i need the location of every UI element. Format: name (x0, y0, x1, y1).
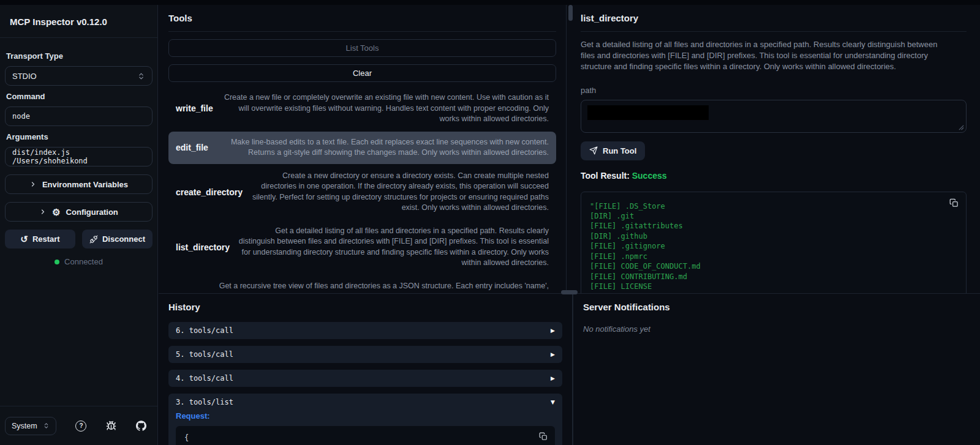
history-entry[interactable]: 4. tools/call ▶ (168, 370, 562, 387)
tool-description: Get a recursive tree view of files and d… (184, 281, 549, 292)
tool-name: edit_file (176, 143, 208, 152)
send-icon (589, 146, 598, 155)
tool-description: Create a new file or completely overwrit… (221, 92, 549, 125)
chevrons-up-down-icon (43, 422, 50, 429)
app-title: MCP Inspector v0.12.0 (0, 5, 157, 38)
disconnect-button[interactable]: Disconnect (82, 230, 153, 249)
sidebar: MCP Inspector v0.12.0 Transport Type STD… (0, 5, 158, 445)
tool-result-output: "[FILE] .DS_Store [DIR] .git [FILE] .git… (590, 201, 957, 294)
run-tool-button[interactable]: Run Tool (581, 141, 645, 160)
tool-name: list_directory (176, 242, 230, 252)
server-notifications-title: Server Notifications (583, 300, 970, 312)
environment-variables-label: Environment Variables (42, 180, 128, 189)
tools-panel-title: Tools (168, 11, 556, 32)
tool-detail-description: Get a detailed listing of all files and … (581, 39, 952, 73)
history-entry-label: 3. tools/list (176, 398, 233, 406)
restart-label: Restart (32, 234, 60, 244)
unplug-icon (89, 235, 98, 244)
history-entry[interactable]: 6. tools/call ▶ (168, 322, 562, 339)
clear-button[interactable]: Clear (168, 64, 556, 82)
chevrons-up-down-icon (137, 72, 145, 80)
caret-down-icon: ▼ (551, 399, 555, 405)
copy-icon[interactable] (949, 198, 959, 208)
chevron-right-icon (29, 181, 37, 188)
tool-list-item[interactable]: Get a recursive tree view of files and d… (168, 275, 556, 294)
tool-detail-title: list_directory (581, 11, 967, 32)
tool-name: create_directory (176, 187, 243, 197)
transport-type-select[interactable]: STDIO (5, 66, 153, 86)
connection-status-label: Connected (64, 257, 103, 266)
path-label: path (581, 86, 967, 95)
caret-right-icon: ▶ (551, 351, 555, 357)
help-icon[interactable]: ? (75, 421, 86, 432)
tools-panel: Tools List Tools Clear write_file Create… (159, 5, 567, 294)
restart-icon: ↺ (20, 234, 28, 244)
history-entry-label: 4. tools/call (176, 374, 233, 383)
tool-detail-panel: list_directory Get a detailed listing of… (567, 5, 980, 294)
tool-result-label: Tool Result: (581, 171, 630, 181)
resize-handle-icon[interactable] (959, 125, 964, 130)
tool-result-line: Tool Result: Success (581, 171, 967, 181)
environment-variables-button[interactable]: Environment Variables (5, 174, 153, 194)
disconnect-label: Disconnect (102, 234, 145, 244)
theme-value: System (12, 422, 37, 430)
tool-list-item[interactable]: edit_file Make line-based edits to a tex… (168, 132, 556, 164)
sidebar-body: Transport Type STDIO Command node Argume… (0, 38, 157, 406)
transport-type-label: Transport Type (6, 51, 151, 61)
horizontal-splitter-handle[interactable] (561, 290, 578, 294)
server-notifications-panel: Server Notifications No notifications ye… (573, 294, 980, 445)
bottom-pane-divider (573, 294, 573, 445)
history-list: 6. tools/call ▶ 5. tools/call ▶ 4. tools… (168, 322, 562, 445)
history-entry-label: 5. tools/call (176, 350, 233, 359)
configuration-label: Configuration (66, 208, 118, 217)
history-entry-label: 6. tools/call (176, 326, 233, 335)
request-label: Request: (168, 411, 562, 426)
tool-description: Create a new directory or ensure a direc… (251, 171, 549, 214)
vertical-splitter-handle[interactable] (568, 5, 573, 21)
caret-right-icon: ▶ (551, 327, 555, 334)
history-entry-expanded: 3. tools/list ▼ Request: { (168, 394, 562, 445)
run-tool-label: Run Tool (603, 146, 636, 155)
history-entry[interactable]: 3. tools/list ▼ (168, 394, 562, 411)
theme-select[interactable]: System (5, 417, 56, 435)
tool-list-item[interactable]: list_directory Get a detailed listing of… (168, 220, 556, 274)
configuration-button[interactable]: ⚙ Configuration (5, 202, 153, 222)
tool-name: write_file (176, 103, 213, 113)
arguments-input[interactable]: dist/index.js /Users/shoheikond (5, 147, 153, 166)
history-panel: History 6. tools/call ▶ 5. tools/call ▶ … (159, 294, 573, 445)
connected-dot-icon (55, 260, 59, 264)
history-title: History (168, 300, 562, 312)
sidebar-footer: System ? (0, 406, 157, 445)
request-json: { (184, 433, 546, 442)
history-entry[interactable]: 5. tools/call ▶ (168, 346, 562, 363)
tool-description: Get a detailed listing of all files and … (238, 226, 549, 269)
bug-icon[interactable] (106, 421, 116, 431)
arguments-label: Arguments (6, 132, 151, 141)
window-top-strip (0, 0, 980, 5)
copy-icon[interactable] (539, 432, 548, 441)
caret-right-icon: ▶ (551, 375, 555, 381)
connection-buttons: ↺ Restart Disconnect (5, 230, 153, 249)
transport-type-value: STDIO (12, 72, 37, 81)
tools-list: write_file Create a new file or complete… (168, 87, 556, 294)
gear-icon: ⚙ (52, 208, 60, 217)
command-input[interactable]: node (5, 107, 153, 126)
tool-result-status: Success (632, 171, 667, 181)
tool-list-item[interactable]: create_directory Create a new directory … (168, 165, 556, 219)
list-tools-button[interactable]: List Tools (168, 39, 556, 57)
mcp-inspector-app: MCP Inspector v0.12.0 Transport Type STD… (0, 0, 980, 445)
request-code-block: { (176, 426, 555, 445)
redacted-path-value (587, 105, 709, 120)
tool-description: Make line-based edits to a text file. Ea… (216, 137, 549, 159)
chevron-right-icon (39, 208, 47, 215)
path-textarea[interactable] (581, 100, 967, 133)
tool-result-box: "[FILE] .DS_Store [DIR] .git [FILE] .git… (581, 192, 967, 294)
connection-status: Connected (5, 257, 153, 266)
no-notifications-text: No notifications yet (583, 324, 970, 334)
tool-list-item[interactable]: write_file Create a new file or complete… (168, 87, 556, 130)
restart-button[interactable]: ↺ Restart (5, 230, 75, 249)
github-icon[interactable] (136, 421, 146, 431)
command-label: Command (6, 92, 151, 101)
